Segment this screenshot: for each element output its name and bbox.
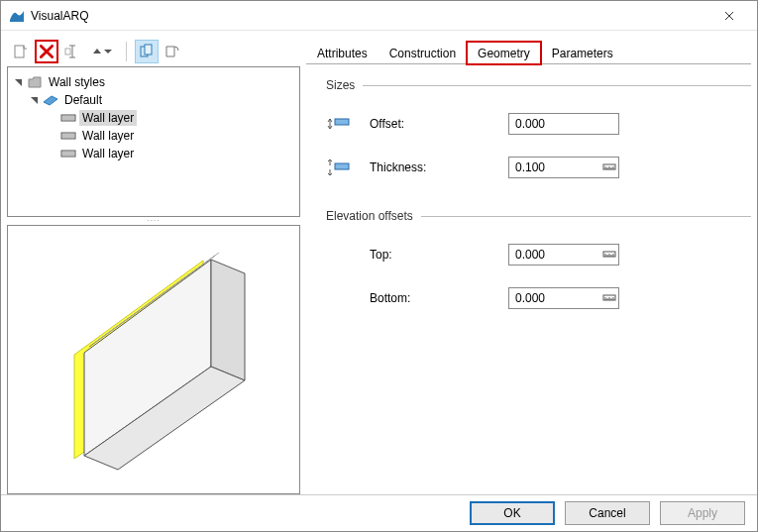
expand-icon[interactable]	[12, 78, 24, 87]
wall-style-icon	[43, 93, 58, 107]
tab-parameters[interactable]: Parameters	[541, 42, 624, 64]
tree-layer-label: Wall layer	[79, 110, 137, 126]
button-label: Cancel	[589, 506, 625, 520]
svg-rect-20	[335, 163, 349, 169]
splitter-grip[interactable]: ····	[7, 217, 300, 223]
tab-label: Construction	[389, 47, 456, 60]
group-label: Elevation offsets	[326, 209, 413, 223]
tab-attributes[interactable]: Attributes	[306, 42, 379, 64]
apply-button: Apply	[660, 501, 745, 525]
delete-style-button[interactable]	[35, 40, 58, 63]
svg-rect-19	[335, 119, 349, 125]
tree-layer[interactable]: Wall layer	[12, 109, 295, 127]
sizes-group-title: Sizes	[326, 78, 751, 92]
offset-input[interactable]	[508, 113, 619, 135]
tree-style-default[interactable]: Default	[12, 91, 295, 109]
button-label: Apply	[688, 506, 717, 520]
svg-marker-15	[211, 260, 245, 380]
preview-3d-button[interactable]	[135, 40, 159, 63]
titlebar: VisualARQ	[1, 1, 757, 31]
new-style-button[interactable]	[9, 40, 33, 63]
units-icon[interactable]	[601, 246, 617, 262]
tab-construction[interactable]: Construction	[379, 42, 467, 64]
layer-icon	[60, 129, 76, 143]
offset-row: Offset:	[326, 102, 751, 146]
svg-rect-0	[15, 46, 24, 57]
thickness-row: Thickness:	[326, 146, 751, 189]
toolbar-separator	[126, 42, 127, 61]
tree-root[interactable]: Wall styles	[12, 73, 295, 91]
style-toolbar	[7, 37, 300, 66]
geometry-panel: Sizes Offset: Thickness:	[306, 64, 751, 494]
expand-icon[interactable]	[28, 96, 40, 105]
dialog-buttons: OK Cancel Apply	[1, 494, 757, 531]
thickness-icon	[326, 157, 370, 178]
thickness-label: Thickness:	[370, 160, 508, 174]
bottom-row: Bottom:	[326, 276, 751, 320]
property-tabs: Attributes Construction Geometry Paramet…	[306, 41, 751, 64]
group-label: Sizes	[326, 78, 355, 92]
tree-root-label: Wall styles	[46, 74, 108, 90]
units-icon[interactable]	[601, 159, 617, 174]
svg-rect-4	[61, 115, 75, 121]
top-row: Top:	[326, 233, 751, 276]
units-icon[interactable]	[601, 289, 617, 305]
styles-tree[interactable]: Wall styles Default Wall layerWall layer…	[7, 66, 300, 217]
preview-2d-button[interactable]	[161, 40, 184, 63]
tree-layer[interactable]: Wall layer	[12, 127, 295, 145]
svg-rect-1	[65, 49, 70, 54]
button-label: OK	[503, 506, 520, 520]
bottom-label: Bottom:	[370, 291, 508, 305]
elevation-group-title: Elevation offsets	[326, 209, 751, 223]
offset-label: Offset:	[370, 117, 508, 131]
window-title: VisualARQ	[31, 9, 709, 23]
tree-layer-label: Wall layer	[79, 128, 137, 144]
tab-label: Geometry	[478, 47, 530, 60]
tree-layer-label: Wall layer	[79, 146, 137, 161]
layer-icon	[60, 147, 76, 160]
tree-layer[interactable]: Wall layer	[12, 145, 295, 162]
svg-rect-10	[61, 151, 75, 157]
rename-style-button[interactable]	[60, 40, 84, 63]
svg-rect-3	[145, 45, 152, 54]
offset-icon	[326, 113, 370, 135]
style-preview	[7, 225, 300, 494]
layer-icon	[60, 111, 76, 125]
ok-button[interactable]: OK	[470, 501, 555, 525]
app-icon	[9, 8, 25, 24]
tab-label: Attributes	[317, 47, 368, 60]
more-actions-dropdown[interactable]	[86, 40, 118, 63]
cancel-button[interactable]: Cancel	[565, 501, 650, 525]
tab-geometry[interactable]: Geometry	[467, 42, 541, 64]
window-close-button[interactable]	[709, 1, 749, 31]
folder-icon	[27, 75, 43, 89]
svg-rect-7	[61, 133, 75, 139]
top-label: Top:	[370, 248, 508, 262]
tab-label: Parameters	[552, 47, 613, 60]
tree-style-label: Default	[61, 92, 105, 108]
